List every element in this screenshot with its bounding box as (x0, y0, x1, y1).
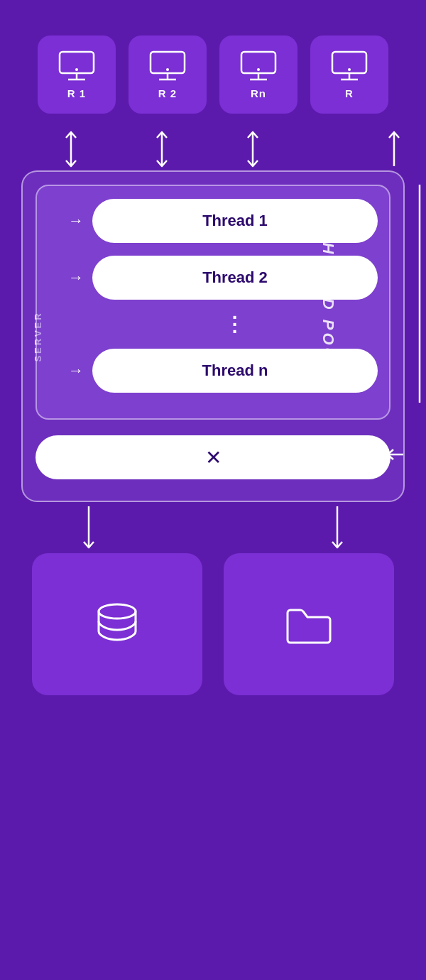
arrow-right-n: → (68, 361, 84, 380)
computer-r2: R 2 (129, 36, 207, 114)
svg-point-11 (257, 68, 260, 71)
arrow-updown-1 (32, 131, 110, 168)
bottom-arrow-left (78, 506, 99, 552)
computer-r2-label: R 2 (158, 87, 177, 99)
right-side-arrow (409, 185, 426, 403)
thread-2-label: Thread 2 (202, 268, 268, 287)
computer-rn: Rn (219, 36, 297, 114)
arrow-right-2: → (68, 268, 84, 287)
bottom-arrows-row (21, 502, 405, 553)
svg-point-15 (348, 68, 351, 71)
svg-point-7 (166, 68, 169, 71)
thread-pool-label: THREAD POOL (319, 229, 337, 374)
thread-n-label: Thread n (202, 361, 268, 380)
computer-r-label: R (345, 87, 354, 99)
x-pill: ✕ (36, 435, 390, 479)
database-icon (89, 596, 146, 653)
computer-r1: R 1 (38, 36, 116, 114)
computer-r1-label: R 1 (67, 87, 86, 99)
thread-1-label: Thread 1 (202, 212, 268, 230)
bottom-boxes-row (11, 553, 415, 695)
arrow-updown-2 (123, 131, 201, 168)
arrow-right-1: → (68, 212, 84, 230)
x-label: ✕ (205, 446, 222, 469)
bottom-arrow-right (327, 506, 348, 552)
arrow-updown-3 (214, 131, 292, 168)
server-container: SERVER THREAD POOL → Thread 1 → Thread 2… (21, 170, 405, 502)
arrow-up-right (383, 128, 405, 170)
computer-r: R (310, 36, 388, 114)
database-box (32, 553, 202, 695)
arrow-left-into-x (386, 447, 405, 464)
computer-rn-label: Rn (251, 87, 266, 99)
svg-point-24 (99, 604, 136, 619)
computers-row: R 1 R 2 Rn R (0, 0, 426, 128)
folder-icon (280, 596, 337, 653)
folder-box (224, 553, 394, 695)
server-box: SERVER THREAD POOL → Thread 1 → Thread 2… (21, 170, 405, 502)
thread-pool-box: THREAD POOL → Thread 1 → Thread 2 ⋮ → (36, 185, 390, 420)
svg-point-3 (75, 68, 78, 71)
